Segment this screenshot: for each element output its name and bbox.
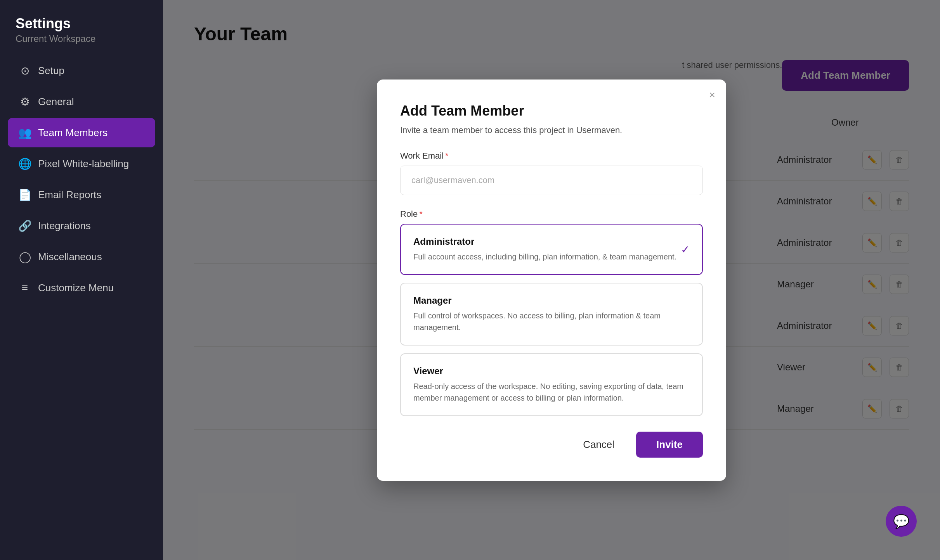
role-description: Full account access, including billing, … bbox=[413, 251, 690, 263]
add-team-member-dialog: × Add Team Member Invite a team member t… bbox=[377, 80, 726, 481]
role-option-administrator[interactable]: Administrator Full account access, inclu… bbox=[400, 224, 703, 275]
main-content: Your Team t shared user permissions. Add… bbox=[163, 0, 940, 560]
role-option-viewer[interactable]: Viewer Read-only access of the workspace… bbox=[400, 353, 703, 416]
role-title: Administrator bbox=[413, 236, 690, 247]
role-section: Role* Administrator Full account access,… bbox=[400, 209, 703, 416]
role-label-heading: Role* bbox=[400, 209, 703, 219]
chat-icon: 💬 bbox=[893, 513, 909, 529]
role-title: Viewer bbox=[413, 366, 690, 377]
role-option-manager[interactable]: Manager Full control of workspaces. No a… bbox=[400, 283, 703, 346]
customize-menu-icon: ≡ bbox=[19, 282, 31, 294]
sidebar-item-pixel-whitelabelling[interactable]: 🌐 Pixel White-labelling bbox=[8, 149, 155, 178]
integrations-icon: 🔗 bbox=[19, 220, 31, 232]
general-icon: ⚙ bbox=[19, 95, 31, 108]
team-members-icon: 👥 bbox=[19, 126, 31, 139]
dialog-subtitle: Invite a team member to access this proj… bbox=[400, 125, 703, 135]
dialog-title: Add Team Member bbox=[400, 103, 703, 119]
dialog-footer: Cancel Invite bbox=[400, 432, 703, 458]
sidebar-nav: ⊙ Setup ⚙ General 👥 Team Members 🌐 Pixel… bbox=[8, 56, 155, 302]
dialog-overlay: × Add Team Member Invite a team member t… bbox=[163, 0, 940, 560]
sidebar-item-label: General bbox=[38, 96, 74, 108]
sidebar-item-label: Customize Menu bbox=[38, 282, 114, 294]
sidebar-item-email-reports[interactable]: 📄 Email Reports bbox=[8, 180, 155, 209]
work-email-input[interactable] bbox=[400, 166, 703, 195]
sidebar-item-label: Team Members bbox=[38, 127, 108, 139]
sidebar-item-label: Miscellaneous bbox=[38, 251, 102, 263]
work-email-label: Work Email* bbox=[400, 151, 703, 161]
sidebar-item-integrations[interactable]: 🔗 Integrations bbox=[8, 211, 155, 240]
pixel-icon: 🌐 bbox=[19, 157, 31, 170]
email-reports-icon: 📄 bbox=[19, 188, 31, 201]
sidebar-item-general[interactable]: ⚙ General bbox=[8, 87, 155, 116]
cancel-button[interactable]: Cancel bbox=[569, 432, 628, 458]
role-description: Full control of workspaces. No access to… bbox=[413, 310, 690, 333]
miscellaneous-icon: ◯ bbox=[19, 251, 31, 263]
role-title: Manager bbox=[413, 295, 690, 306]
checkmark-icon: ✓ bbox=[681, 243, 690, 256]
sidebar: Settings Current Workspace ⊙ Setup ⚙ Gen… bbox=[0, 0, 163, 560]
sidebar-title: Settings bbox=[16, 16, 147, 32]
sidebar-item-team-members[interactable]: 👥 Team Members bbox=[8, 118, 155, 147]
sidebar-item-label: Pixel White-labelling bbox=[38, 158, 129, 170]
sidebar-header: Settings Current Workspace bbox=[8, 16, 155, 56]
sidebar-item-label: Setup bbox=[38, 65, 64, 77]
sidebar-subtitle: Current Workspace bbox=[16, 33, 147, 44]
setup-icon: ⊙ bbox=[19, 64, 31, 77]
role-description: Read-only access of the workspace. No ed… bbox=[413, 380, 690, 404]
sidebar-item-label: Integrations bbox=[38, 220, 91, 232]
chat-bubble-button[interactable]: 💬 bbox=[886, 506, 917, 537]
invite-button[interactable]: Invite bbox=[636, 432, 703, 458]
sidebar-item-miscellaneous[interactable]: ◯ Miscellaneous bbox=[8, 242, 155, 271]
dialog-close-button[interactable]: × bbox=[709, 89, 715, 101]
sidebar-item-customize-menu[interactable]: ≡ Customize Menu bbox=[8, 273, 155, 302]
sidebar-item-setup[interactable]: ⊙ Setup bbox=[8, 56, 155, 85]
sidebar-item-label: Email Reports bbox=[38, 189, 101, 201]
